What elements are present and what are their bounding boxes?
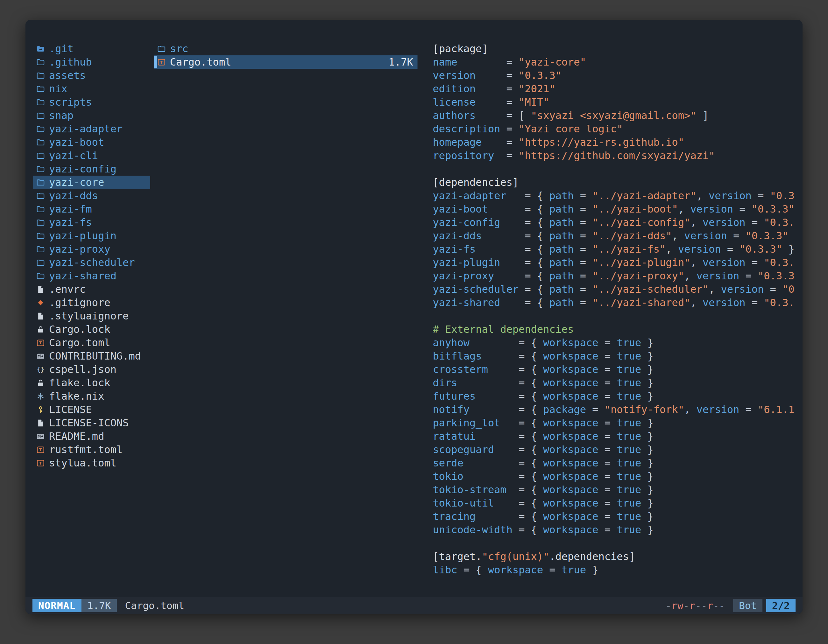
- dir-row[interactable]: yazi-fs: [33, 216, 150, 229]
- file-row[interactable]: stylua.toml: [33, 456, 150, 470]
- folder-icon: [36, 98, 49, 107]
- dir-row[interactable]: yazi-fm: [33, 202, 150, 216]
- file-name: yazi-shared: [49, 270, 116, 282]
- file-name: Cargo.toml: [170, 56, 231, 68]
- dir-row[interactable]: yazi-cli: [33, 149, 150, 162]
- dir-row[interactable]: yazi-shared: [33, 269, 150, 282]
- dir-row[interactable]: assets: [33, 69, 150, 82]
- markdown-icon: [36, 352, 49, 360]
- preview-line: crossterm = { workspace = true }: [433, 363, 794, 376]
- file-name: yazi-adapter: [49, 123, 122, 135]
- preview-line: # External dependencies: [433, 323, 794, 336]
- file-row[interactable]: rustfmt.toml: [33, 443, 150, 456]
- file-preview-pane: [package]name = "yazi-core"version = "0.…: [433, 42, 794, 594]
- dir-row[interactable]: yazi-adapter: [33, 122, 150, 136]
- file-row[interactable]: flake.nix: [33, 389, 150, 403]
- preview-line: authors = [ "sxyazi <sxyazi@gmail.com>" …: [433, 109, 794, 122]
- dir-row[interactable]: yazi-core: [33, 175, 150, 189]
- preview-line: license = "MIT": [433, 96, 794, 109]
- folder-icon: [36, 152, 49, 160]
- folder-icon: [36, 165, 49, 173]
- preview-line: anyhow = { workspace = true }: [433, 336, 794, 349]
- preview-line: [package]: [433, 42, 794, 55]
- dir-row[interactable]: snap: [33, 109, 150, 122]
- file-name: CONTRIBUTING.md: [49, 350, 141, 362]
- dir-row[interactable]: nix: [33, 82, 150, 96]
- preview-line: yazi-adapter = { path = "../yazi-adapter…: [433, 189, 794, 202]
- folder-icon: [36, 232, 49, 240]
- folder-icon: [36, 85, 49, 93]
- file-icon: [36, 312, 49, 320]
- license-icon: [36, 405, 49, 414]
- nix-icon: [36, 392, 49, 401]
- file-name: yazi-core: [49, 176, 104, 188]
- dir-row[interactable]: yazi-boot: [33, 136, 150, 149]
- file-name: Cargo.lock: [49, 323, 110, 335]
- file-row[interactable]: Cargo.lock: [33, 323, 150, 336]
- dir-row[interactable]: .github: [33, 55, 150, 69]
- folder-icon: [36, 218, 49, 227]
- dir-row[interactable]: yazi-dds: [33, 189, 150, 202]
- file-size: 1.7K: [385, 56, 413, 68]
- preview-line: name = "yazi-core": [433, 55, 794, 69]
- status-filename: Cargo.toml: [125, 600, 185, 611]
- preview-line: yazi-shared = { path = "../yazi-shared",…: [433, 296, 794, 309]
- file-name: stylua.toml: [49, 457, 116, 469]
- file-row[interactable]: {}cspell.json: [33, 363, 150, 376]
- preview-line: parking_lot = { workspace = true }: [433, 416, 794, 429]
- folder-icon: [36, 71, 49, 80]
- file-name: LICENSE: [49, 403, 92, 415]
- file-icon: [36, 285, 49, 294]
- preview-line: [433, 536, 794, 550]
- status-bar: NORMAL 1.7K Cargo.toml -rw-r--r-- Bot 2/…: [25, 597, 803, 614]
- dir-row[interactable]: yazi-scheduler: [33, 256, 150, 269]
- dir-row[interactable]: yazi-plugin: [33, 229, 150, 243]
- toml-icon: [157, 58, 170, 66]
- preview-line: futures = { workspace = true }: [433, 389, 794, 403]
- file-row[interactable]: CONTRIBUTING.md: [33, 349, 150, 363]
- dir-row[interactable]: scripts: [33, 96, 150, 109]
- file-name: yazi-proxy: [49, 243, 110, 255]
- file-name: yazi-boot: [49, 136, 104, 148]
- scroll-position-badge: Bot: [733, 599, 762, 612]
- file-row[interactable]: .styluaignore: [33, 309, 150, 323]
- file-name: src: [170, 42, 188, 55]
- file-name: .gitignore: [49, 296, 110, 309]
- status-right-group: -rw-r--r-- Bot 2/2: [665, 599, 795, 612]
- cursor-counter-badge: 2/2: [766, 599, 795, 612]
- terminal-window: .git.githubassetsnixscriptssnapyazi-adap…: [25, 20, 803, 614]
- dir-row[interactable]: src: [154, 42, 417, 55]
- dir-row[interactable]: yazi-proxy: [33, 243, 150, 256]
- dir-row[interactable]: yazi-config: [33, 162, 150, 175]
- folder-icon: [36, 178, 49, 187]
- file-name: .git: [49, 42, 74, 55]
- file-row[interactable]: Cargo.toml1.7K: [154, 55, 417, 69]
- preview-line: libc = { workspace = true }: [433, 563, 794, 577]
- preview-line: unicode-width = { workspace = true }: [433, 523, 794, 536]
- file-row[interactable]: LICENSE-ICONS: [33, 416, 150, 429]
- file-name: Cargo.toml: [49, 337, 110, 349]
- preview-line: [433, 309, 794, 323]
- file-row[interactable]: Cargo.toml: [33, 336, 150, 349]
- preview-line: yazi-scheduler = { path = "../yazi-sched…: [433, 282, 794, 296]
- dir-row[interactable]: .git: [33, 42, 150, 55]
- file-row[interactable]: .envrc: [33, 282, 150, 296]
- file-name: assets: [49, 69, 86, 81]
- folder-icon: [157, 45, 170, 53]
- preview-line: tokio-stream = { workspace = true }: [433, 483, 794, 497]
- file-name: yazi-fm: [49, 203, 92, 215]
- file-name: nix: [49, 83, 67, 95]
- preview-line: [dependencies]: [433, 175, 794, 189]
- file-row[interactable]: README.md: [33, 429, 150, 443]
- preview-line: tracing = { workspace = true }: [433, 510, 794, 523]
- toml-icon: [36, 459, 49, 467]
- preview-line: yazi-config = { path = "../yazi-config",…: [433, 216, 794, 229]
- file-row[interactable]: flake.lock: [33, 376, 150, 389]
- file-name: README.md: [49, 430, 104, 442]
- folder-icon: [36, 245, 49, 254]
- preview-line: scopeguard = { workspace = true }: [433, 443, 794, 456]
- file-row[interactable]: LICENSE: [33, 403, 150, 416]
- preview-line: version = "0.3.3": [433, 69, 794, 82]
- preview-line: yazi-plugin = { path = "../yazi-plugin",…: [433, 256, 794, 269]
- file-row[interactable]: .gitignore: [33, 296, 150, 309]
